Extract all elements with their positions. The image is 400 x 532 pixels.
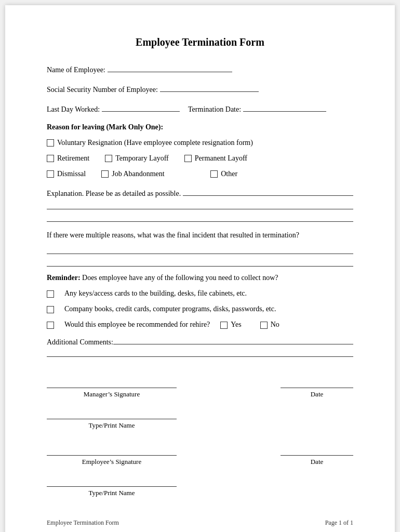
- books-item: Company books, credit cards, computer pr…: [47, 305, 353, 313]
- employee-sig-group: Employee’s Signature Type/Print Name Dat…: [47, 445, 353, 497]
- manager-sig-left: Manager’s Signature Type/Print Name: [47, 378, 177, 430]
- voluntary-resignation-checkbox[interactable]: [47, 139, 54, 147]
- other-item: Other: [210, 170, 237, 178]
- row2-checkboxes: Retirement Temporary Layoff Permanent La…: [47, 154, 353, 165]
- additional-comments-line-2[interactable]: [47, 349, 353, 357]
- job-abandonment-label: Job Abandonment: [112, 170, 165, 178]
- form-title: Employee Termination Form: [47, 36, 353, 48]
- last-day-underline[interactable]: [102, 103, 180, 112]
- page-container: Employee Termination Form Name of Employ…: [5, 5, 395, 532]
- reminder-row: Reminder: Does employee have any of the …: [47, 274, 353, 282]
- employee-print-label: Type/Print Name: [47, 489, 177, 497]
- manager-date-label: Date: [281, 390, 353, 398]
- manager-print-label: Type/Print Name: [47, 421, 177, 430]
- temporary-layoff-checkbox[interactable]: [105, 155, 112, 162]
- explanation-underline[interactable]: [183, 188, 353, 196]
- employee-date-label: Date: [281, 458, 353, 466]
- last-day-label: Last Day Worked:: [47, 105, 100, 114]
- books-checkbox[interactable]: [47, 306, 54, 313]
- manager-print-line[interactable]: [47, 409, 177, 419]
- temporary-layoff-label: Temporary Layoff: [115, 154, 169, 163]
- keys-item: Any keys/access cards to the building, d…: [47, 289, 353, 298]
- other-label: Other: [221, 170, 237, 178]
- explanation-line-1[interactable]: [47, 201, 353, 209]
- multiple-reasons-text: If there were multiple reasons, what was…: [47, 231, 353, 240]
- reminder-text: Does employee have any of the following …: [81, 274, 278, 282]
- multiple-reasons-line-2[interactable]: [47, 258, 353, 267]
- explanation-line-2[interactable]: [47, 214, 353, 222]
- employee-date-line[interactable]: [281, 445, 353, 456]
- manager-date-line[interactable]: [281, 378, 353, 388]
- termination-date-underline[interactable]: [243, 103, 326, 112]
- rehire-item: Would this employee be recommended for r…: [47, 321, 353, 329]
- permanent-layoff-label: Permanent Layoff: [195, 154, 247, 163]
- manager-sig-label: Manager’s Signature: [47, 390, 177, 398]
- additional-comments-label: Additional Comments:: [47, 338, 113, 347]
- manager-sig-group: Manager’s Signature Type/Print Name Date: [47, 378, 353, 430]
- explanation-section: Explanation. Please be as detailed as po…: [47, 188, 353, 222]
- yes-label: Yes: [231, 321, 241, 329]
- retirement-checkbox[interactable]: [47, 155, 54, 162]
- employee-date-right: Date: [281, 445, 353, 497]
- employee-sig-line[interactable]: [47, 445, 177, 456]
- name-row: Name of Employee:: [47, 64, 353, 74]
- row3-checkboxes: Dismissal Job Abandonment Other: [47, 170, 353, 180]
- yes-item: Yes: [220, 321, 241, 329]
- name-underline[interactable]: [108, 64, 232, 72]
- footer-left: Employee Termination Form: [47, 519, 119, 527]
- permanent-layoff-checkbox[interactable]: [184, 155, 192, 162]
- dismissal-label: Dismissal: [57, 170, 86, 178]
- voluntary-resignation-item: Voluntary Resignation (Have employee com…: [47, 139, 253, 147]
- additional-comments-underline[interactable]: [113, 336, 353, 344]
- rehire-row: Would this employee be recommended for r…: [64, 321, 290, 329]
- keys-checkbox[interactable]: [47, 290, 54, 298]
- other-checkbox[interactable]: [210, 170, 218, 178]
- employee-print-line[interactable]: [47, 476, 177, 487]
- footer-right: Page 1 of 1: [325, 519, 353, 527]
- job-abandonment-item: Job Abandonment: [101, 170, 195, 178]
- rehire-question: Would this employee be recommended for r…: [64, 321, 210, 329]
- multiple-reasons-line-1[interactable]: [47, 246, 353, 254]
- dismissal-item: Dismissal: [47, 170, 86, 178]
- name-label: Name of Employee:: [47, 66, 105, 74]
- retirement-item: Retirement: [47, 154, 89, 163]
- footer: Employee Termination Form Page 1 of 1: [47, 519, 353, 527]
- books-label: Company books, credit cards, computer pr…: [64, 305, 276, 313]
- manager-date-right: Date: [281, 378, 353, 430]
- signatures-section: Manager’s Signature Type/Print Name Date…: [47, 378, 353, 497]
- employee-sig-left: Employee’s Signature Type/Print Name: [47, 445, 177, 497]
- additional-comments-row: Additional Comments:: [47, 336, 353, 347]
- retirement-label: Retirement: [57, 154, 89, 163]
- ssn-row: Social Security Number of Employee:: [47, 84, 353, 94]
- no-checkbox[interactable]: [260, 322, 268, 329]
- voluntary-resignation-row: Voluntary Resignation (Have employee com…: [47, 139, 353, 149]
- explanation-row: Explanation. Please be as detailed as po…: [47, 188, 353, 198]
- yes-checkbox[interactable]: [220, 322, 228, 329]
- manager-sig-line[interactable]: [47, 378, 177, 388]
- permanent-layoff-item: Permanent Layoff: [184, 154, 247, 163]
- dates-row: Last Day Worked: Termination Date:: [47, 103, 353, 114]
- explanation-label: Explanation. Please be as detailed as po…: [47, 190, 181, 198]
- job-abandonment-checkbox[interactable]: [101, 170, 109, 178]
- dismissal-checkbox[interactable]: [47, 170, 54, 178]
- reason-heading: Reason for leaving (Mark Only One):: [47, 123, 353, 131]
- ssn-label: Social Security Number of Employee:: [47, 86, 158, 94]
- rehire-checkbox[interactable]: [47, 322, 54, 329]
- ssn-underline[interactable]: [160, 84, 259, 92]
- termination-date-label: Termination Date:: [188, 105, 241, 114]
- voluntary-resignation-label: Voluntary Resignation (Have employee com…: [57, 139, 253, 147]
- employee-sig-label: Employee’s Signature: [47, 458, 177, 466]
- no-label: No: [271, 321, 279, 329]
- reminder-bold-text: Reminder:: [47, 274, 81, 282]
- temporary-layoff-item: Temporary Layoff: [105, 154, 169, 163]
- no-item: No: [260, 321, 279, 329]
- keys-label: Any keys/access cards to the building, d…: [64, 289, 247, 298]
